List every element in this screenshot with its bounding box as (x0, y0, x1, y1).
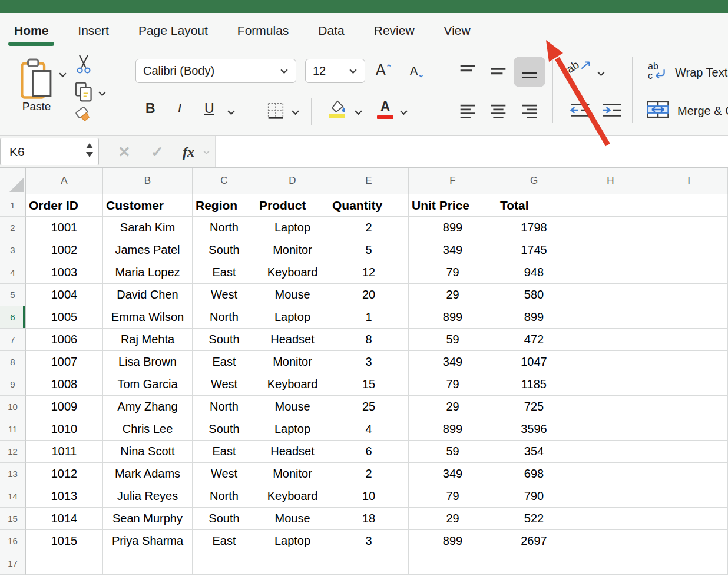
cell-B10[interactable]: Amy Zhang (103, 396, 193, 418)
cell-C10[interactable]: North (193, 396, 256, 418)
cell-A3[interactable]: 1002 (26, 239, 103, 261)
fill-color-dropdown-chevron[interactable] (354, 107, 363, 118)
row-header-3[interactable]: 3 (0, 239, 26, 261)
cell-H1[interactable] (571, 194, 650, 217)
insert-function-button[interactable]: fx (183, 136, 194, 168)
column-header-E[interactable]: E (329, 168, 409, 194)
borders-dropdown-chevron[interactable] (291, 107, 300, 118)
stepper-up-icon[interactable] (86, 143, 93, 148)
tab-review[interactable]: Review (374, 21, 415, 40)
cell-E13[interactable]: 2 (329, 463, 409, 485)
cell-H6[interactable] (571, 306, 650, 329)
increase-indent-button[interactable] (601, 101, 623, 121)
cell-I7[interactable] (650, 329, 728, 351)
format-painter-button[interactable] (72, 106, 96, 128)
cell-C7[interactable]: South (193, 329, 256, 351)
cell-D12[interactable]: Headset (256, 441, 329, 463)
cell-F10[interactable]: 29 (409, 396, 497, 418)
cell-E9[interactable]: 15 (329, 373, 409, 396)
row-header-14[interactable]: 14 (0, 485, 26, 508)
cell-F14[interactable]: 79 (409, 485, 497, 508)
cell-A11[interactable]: 1010 (26, 418, 103, 441)
cell-A9[interactable]: 1008 (26, 373, 103, 396)
cell-D6[interactable]: Laptop (256, 306, 329, 329)
align-top-button[interactable] (458, 62, 477, 82)
cut-button[interactable] (75, 54, 92, 77)
row-header-10[interactable]: 10 (0, 396, 26, 418)
cell-B17[interactable] (103, 552, 193, 575)
column-header-G[interactable]: G (497, 168, 571, 194)
cell-I1[interactable] (650, 194, 728, 217)
cell-A16[interactable]: 1015 (26, 530, 103, 552)
cell-G6[interactable]: 899 (497, 306, 571, 329)
cell-C17[interactable] (193, 552, 256, 575)
cell-I13[interactable] (650, 463, 728, 485)
decrease-indent-button[interactable] (569, 101, 591, 121)
cell-H16[interactable] (571, 530, 650, 552)
align-right-button[interactable] (520, 102, 539, 123)
cell-I4[interactable] (650, 261, 728, 284)
row-header-1[interactable]: 1 (0, 194, 26, 217)
enter-button[interactable]: ✓ (151, 136, 164, 168)
cell-D13[interactable]: Monitor (256, 463, 329, 485)
cell-I6[interactable] (650, 306, 728, 329)
cell-H5[interactable] (571, 284, 650, 306)
row-header-11[interactable]: 11 (0, 418, 26, 441)
tab-home[interactable]: Home (14, 21, 48, 40)
merge-center-button[interactable]: Merge & Center (646, 100, 728, 121)
cell-E10[interactable]: 25 (329, 396, 409, 418)
copy-button[interactable] (74, 81, 94, 105)
cell-B13[interactable]: Mark Adams (103, 463, 193, 485)
stepper-down-icon[interactable] (86, 152, 93, 157)
cell-H4[interactable] (571, 261, 650, 284)
cell-B6[interactable]: Emma Wilson (103, 306, 193, 329)
cell-E2[interactable]: 2 (329, 217, 409, 239)
cell-I10[interactable] (650, 396, 728, 418)
cell-D9[interactable]: Keyboard (256, 373, 329, 396)
cell-H13[interactable] (571, 463, 650, 485)
column-header-B[interactable]: B (103, 168, 193, 194)
cell-E7[interactable]: 8 (329, 329, 409, 351)
row-header-7[interactable]: 7 (0, 329, 26, 351)
paste-dropdown-chevron[interactable] (58, 69, 67, 80)
cell-I9[interactable] (650, 373, 728, 396)
cell-E11[interactable]: 4 (329, 418, 409, 441)
borders-button[interactable] (266, 101, 285, 123)
wrap-text-button[interactable]: ab c Wrap Text (648, 61, 727, 84)
cell-H8[interactable] (571, 351, 650, 373)
font-color-dropdown-chevron[interactable] (399, 107, 408, 118)
cell-B3[interactable]: James Patel (103, 239, 193, 261)
row-header-8[interactable]: 8 (0, 351, 26, 373)
cell-B14[interactable]: Julia Reyes (103, 485, 193, 508)
cell-A17[interactable] (26, 552, 103, 575)
row-header-4[interactable]: 4 (0, 261, 26, 284)
tab-data[interactable]: Data (318, 21, 344, 40)
cell-I17[interactable] (650, 552, 728, 575)
row-header-6[interactable]: 6 (0, 306, 26, 329)
align-left-button[interactable] (458, 102, 477, 123)
column-header-F[interactable]: F (409, 168, 497, 194)
cell-D15[interactable]: Mouse (256, 508, 329, 530)
name-box[interactable]: K6 (0, 138, 99, 165)
cell-B7[interactable]: Raj Mehta (103, 329, 193, 351)
orientation-button[interactable]: ab (567, 60, 593, 74)
cell-B4[interactable]: Maria Lopez (103, 261, 193, 284)
cell-G8[interactable]: 1047 (497, 351, 571, 373)
cell-I12[interactable] (650, 441, 728, 463)
cell-F4[interactable]: 79 (409, 261, 497, 284)
cell-I16[interactable] (650, 530, 728, 552)
cell-I8[interactable] (650, 351, 728, 373)
tab-insert[interactable]: Insert (78, 21, 109, 40)
cell-D11[interactable]: Laptop (256, 418, 329, 441)
cell-G7[interactable]: 472 (497, 329, 571, 351)
cell-F5[interactable]: 29 (409, 284, 497, 306)
cell-A4[interactable]: 1003 (26, 261, 103, 284)
name-box-steppers[interactable] (86, 143, 93, 157)
cell-B16[interactable]: Priya Sharma (103, 530, 193, 552)
cell-F8[interactable]: 349 (409, 351, 497, 373)
cell-C4[interactable]: East (193, 261, 256, 284)
cell-H10[interactable] (571, 396, 650, 418)
cell-C3[interactable]: South (193, 239, 256, 261)
cell-I14[interactable] (650, 485, 728, 508)
underline-dropdown-chevron[interactable] (227, 107, 236, 118)
